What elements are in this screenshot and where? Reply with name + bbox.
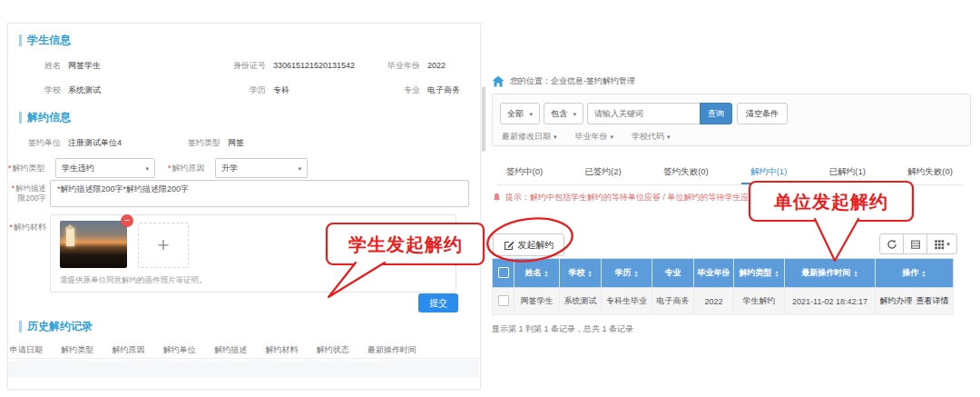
tab-terminating[interactable]: 解约中(1) bbox=[741, 163, 796, 184]
tab-signed[interactable]: 已签约(2) bbox=[576, 163, 631, 184]
col-school[interactable]: 学校▲▼ bbox=[560, 259, 602, 288]
col-year[interactable]: 毕业年份 bbox=[694, 259, 734, 288]
student-termination-panel: 学生信息 姓名 网签学生 身份证号 330615121520131542 毕业年… bbox=[7, 23, 481, 390]
filter-school-code[interactable]: 学校代码 ▾ bbox=[632, 131, 671, 143]
field-name: 姓名 网签学生 bbox=[10, 60, 101, 71]
select-all-checkbox[interactable] bbox=[498, 267, 509, 278]
clear-conditions-button[interactable]: 清空条件 bbox=[737, 103, 788, 124]
history-col-latest-time[interactable]: 最新操作时间 bbox=[368, 344, 416, 356]
col-type[interactable]: 解约类型▲▼ bbox=[734, 259, 785, 288]
tab-terminate-failed[interactable]: 解约失败(0) bbox=[898, 163, 962, 184]
remove-photo-button[interactable]: − bbox=[121, 214, 133, 227]
minus-icon: − bbox=[124, 214, 130, 225]
col-degree[interactable]: 学历▲▼ bbox=[602, 259, 652, 288]
required-asterisk: * bbox=[8, 163, 12, 174]
cell-school: 系统测试 bbox=[560, 288, 602, 315]
scope-dropdown[interactable]: 全部 ▾ bbox=[500, 103, 540, 124]
required-asterisk: * bbox=[9, 223, 13, 232]
sort-icon[interactable]: ▲▼ bbox=[634, 270, 639, 277]
sort-icon[interactable]: ▲▼ bbox=[544, 270, 549, 277]
termination-type-select[interactable]: 学生违约 ▾ bbox=[55, 158, 155, 178]
view-details-link[interactable]: 查看详情 bbox=[916, 296, 949, 305]
material-photo-thumbnail[interactable]: − bbox=[60, 221, 127, 268]
history-col-unit[interactable]: 解约单位 bbox=[163, 344, 196, 356]
sort-icon[interactable]: ▲▼ bbox=[854, 270, 858, 277]
col-major[interactable]: 专业 bbox=[652, 259, 694, 288]
col-latest-time[interactable]: 最新操作时间▲▼ bbox=[785, 259, 876, 288]
page: 学生信息 姓名 网签学生 身份证号 330615121520131542 毕业年… bbox=[0, 0, 980, 397]
section-title-student-info: 学生信息 bbox=[19, 33, 71, 48]
handle-termination-link[interactable]: 解约办理 bbox=[880, 296, 913, 305]
match-dropdown[interactable]: 包含 ▾ bbox=[544, 103, 583, 124]
termination-reason-select[interactable]: 升学 ▾ bbox=[215, 158, 308, 178]
tab-terminated[interactable]: 已解约(1) bbox=[820, 163, 875, 184]
col-name[interactable]: 姓名▲▼ bbox=[514, 259, 560, 288]
history-divider bbox=[8, 358, 479, 359]
section-title-history: 历史解约记录 bbox=[19, 319, 93, 334]
keyword-input[interactable] bbox=[587, 103, 700, 124]
field-school: 学校 系统测试 bbox=[10, 84, 101, 95]
refresh-icon bbox=[887, 239, 897, 250]
termination-records-table: 姓名▲▼ 学校▲▼ 学历▲▼ 专业 毕业年份 解约类型▲▼ 最新操作时间▲▼ 操… bbox=[492, 258, 954, 315]
cell-type: 学生解约 bbox=[734, 288, 785, 315]
history-col-reason[interactable]: 解约原因 bbox=[113, 344, 145, 356]
search-filter-box: 全部 ▾ 包含 ▾ 查询 清空条件 最新修改日期 ▾ 毕业年份 ▾ bbox=[492, 94, 971, 146]
section-title-termination-info: 解约信息 bbox=[19, 110, 71, 125]
section-bar bbox=[19, 321, 22, 332]
scrollbar-thumb[interactable] bbox=[482, 86, 485, 152]
columns-toggle-button[interactable] bbox=[903, 233, 927, 254]
query-button[interactable]: 查询 bbox=[700, 103, 732, 124]
filter-modify-date[interactable]: 最新修改日期 ▾ bbox=[502, 131, 557, 143]
add-photo-button[interactable]: + bbox=[138, 223, 189, 268]
section-title-text: 历史解约记录 bbox=[27, 319, 93, 334]
table-header-row: 姓名▲▼ 学校▲▼ 学历▲▼ 专业 毕业年份 解约类型▲▼ 最新操作时间▲▼ 操… bbox=[493, 259, 954, 288]
cell-name: 网签学生 bbox=[514, 288, 560, 315]
required-asterisk: * bbox=[12, 184, 15, 193]
history-col-material[interactable]: 解约材料 bbox=[265, 344, 298, 356]
tip-bell-icon bbox=[492, 193, 502, 203]
records-count-footer: 显示第 1 到第 1 条记录，总共 1 条记录 bbox=[492, 323, 633, 335]
history-col-status[interactable]: 解约状态 bbox=[317, 344, 349, 356]
tab-signing[interactable]: 签约中(0) bbox=[497, 163, 552, 184]
section-bar bbox=[19, 112, 22, 124]
sort-icon[interactable]: ▲▼ bbox=[922, 270, 926, 277]
termination-desc-textarea[interactable]: *解约描述限200字*解约描述限200字 bbox=[50, 180, 469, 207]
table-row: 网签学生 系统测试 专科生毕业 电子商务 2022 学生解约 2021-11-0… bbox=[493, 288, 954, 315]
breadcrumb: 您的位置：企业信息-签约解约管理 bbox=[492, 75, 635, 87]
history-col-apply-date[interactable]: 申请日期 bbox=[10, 344, 43, 356]
label-termination-desc: *解约描述 限200字 bbox=[8, 184, 46, 203]
cell-degree: 专科生毕业 bbox=[602, 288, 652, 315]
refresh-button[interactable] bbox=[879, 233, 904, 254]
history-table-header: 申请日期 解约类型 解约原因 解约单位 解约描述 解约材料 解约状态 最新操作时… bbox=[10, 344, 416, 356]
field-id-number: 身份证号 330615121520131542 bbox=[215, 60, 355, 71]
cell-latest-time: 2021-11-02 18:42:17 bbox=[785, 288, 876, 315]
filter-grad-year[interactable]: 毕业年份 ▾ bbox=[575, 131, 614, 143]
col-actions[interactable]: 操作▲▼ bbox=[876, 259, 954, 288]
tab-sign-failed[interactable]: 签约失败(0) bbox=[654, 163, 718, 184]
chevron-down-icon: ▾ bbox=[554, 134, 557, 140]
field-grad-year: 毕业年份 2022 bbox=[378, 60, 446, 71]
submit-button[interactable]: 提交 bbox=[418, 293, 458, 313]
home-icon[interactable] bbox=[492, 75, 505, 87]
history-col-type[interactable]: 解约类型 bbox=[61, 344, 93, 356]
section-title-text: 学生信息 bbox=[27, 33, 71, 48]
cell-major: 电子商务 bbox=[652, 288, 694, 315]
material-hint-text: 需提供原单位同意解约的函件照片等证明。 bbox=[60, 275, 207, 286]
row-checkbox[interactable] bbox=[498, 295, 509, 306]
field-degree: 学历 专科 bbox=[215, 84, 289, 95]
initiate-termination-button[interactable]: 发起解约 bbox=[493, 233, 564, 256]
label-termination-reason: * 解约原因 bbox=[168, 163, 205, 174]
history-col-desc[interactable]: 解约描述 bbox=[214, 344, 247, 356]
chevron-down-icon: ▾ bbox=[529, 111, 533, 117]
cell-year: 2022 bbox=[694, 288, 734, 315]
section-title-text: 解约信息 bbox=[27, 110, 71, 125]
chevron-down-icon: ▾ bbox=[573, 111, 576, 117]
breadcrumb-text: 您的位置：企业信息-签约解约管理 bbox=[510, 75, 635, 87]
sort-icon[interactable]: ▲▼ bbox=[775, 270, 779, 277]
sort-icon[interactable]: ▲▼ bbox=[588, 270, 593, 277]
history-empty-row bbox=[8, 361, 479, 377]
chevron-down-icon: ▾ bbox=[298, 165, 301, 172]
label-termination-material: *解约材料 bbox=[8, 222, 46, 233]
grid-view-button[interactable]: ▾ bbox=[926, 233, 957, 254]
chevron-down-icon: ▾ bbox=[611, 134, 614, 140]
